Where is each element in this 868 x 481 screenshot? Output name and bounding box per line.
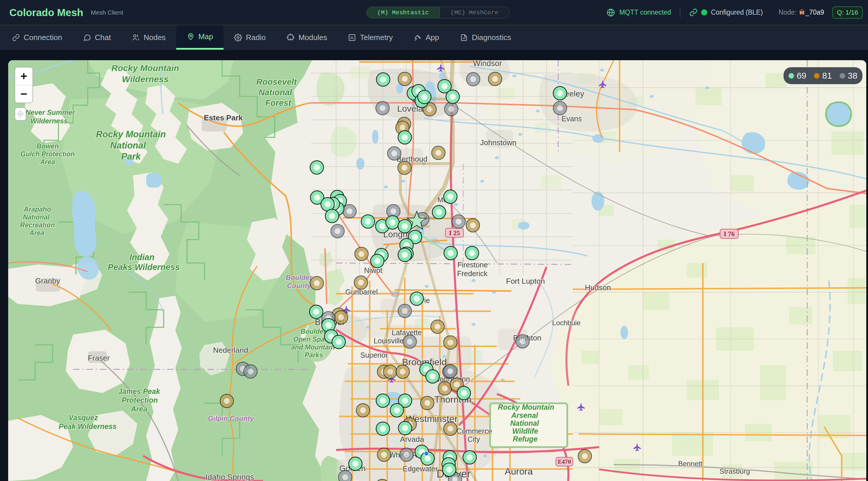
svg-text:Louisville: Louisville bbox=[374, 336, 404, 345]
svg-text:Refuge: Refuge bbox=[513, 435, 538, 443]
svg-text:Firestone: Firestone bbox=[457, 261, 488, 269]
svg-text:Windsor: Windsor bbox=[473, 60, 502, 68]
svg-text:Fort Lupton: Fort Lupton bbox=[506, 277, 545, 286]
svg-text:and Mountain: and Mountain bbox=[291, 343, 335, 351]
svg-text:Gilpin County: Gilpin County bbox=[208, 414, 254, 422]
svg-text:Boulder: Boulder bbox=[286, 274, 313, 281]
svg-text:Arsenal: Arsenal bbox=[511, 411, 538, 419]
svg-text:Vasquez: Vasquez bbox=[69, 414, 98, 422]
svg-text:Granby: Granby bbox=[35, 277, 60, 285]
svg-text:Aurora: Aurora bbox=[505, 466, 533, 477]
svg-text:Wildlife: Wildlife bbox=[512, 427, 538, 435]
svg-text:Arapaho: Arapaho bbox=[23, 205, 51, 213]
svg-text:Hudson: Hudson bbox=[585, 283, 611, 292]
svg-text:Peaks Wilderness: Peaks Wilderness bbox=[108, 262, 180, 272]
svg-text:Commerce: Commerce bbox=[457, 427, 492, 435]
svg-text:Idaho Springs: Idaho Springs bbox=[206, 473, 254, 481]
svg-text:Indian: Indian bbox=[129, 253, 154, 262]
svg-text:Estes Park: Estes Park bbox=[204, 114, 243, 122]
svg-text:Parks: Parks bbox=[305, 351, 323, 359]
svg-text:Lochbuie: Lochbuie bbox=[552, 319, 581, 327]
svg-text:Fraser: Fraser bbox=[88, 354, 110, 362]
svg-text:County: County bbox=[287, 282, 312, 290]
svg-text:James Peak: James Peak bbox=[118, 387, 160, 395]
svg-text:Superior: Superior bbox=[360, 351, 388, 359]
svg-text:National: National bbox=[510, 419, 539, 427]
svg-text:Recreation: Recreation bbox=[20, 221, 55, 229]
svg-text:Nederland: Nederland bbox=[213, 346, 248, 354]
svg-text:Peak Wilderness: Peak Wilderness bbox=[59, 422, 117, 430]
svg-text:Gulch Protection: Gulch Protection bbox=[21, 150, 74, 158]
svg-text:Forest: Forest bbox=[266, 98, 292, 107]
svg-text:Frederick: Frederick bbox=[457, 269, 488, 278]
svg-text:Wilderness: Wilderness bbox=[122, 74, 168, 84]
svg-text:Bowen: Bowen bbox=[36, 142, 58, 150]
svg-text:I 76: I 76 bbox=[724, 230, 735, 237]
svg-text:Rocky Mountain: Rocky Mountain bbox=[96, 129, 166, 139]
svg-text:E470: E470 bbox=[558, 458, 571, 465]
svg-text:Bennett: Bennett bbox=[678, 460, 703, 468]
svg-text:Johnstown: Johnstown bbox=[480, 138, 517, 147]
svg-text:Never Summer: Never Summer bbox=[25, 108, 75, 116]
svg-text:Wilderness: Wilderness bbox=[30, 117, 68, 125]
svg-text:Area: Area bbox=[131, 405, 147, 413]
svg-text:Protection: Protection bbox=[122, 396, 158, 404]
svg-text:National: National bbox=[259, 88, 292, 97]
svg-text:Arvada: Arvada bbox=[400, 435, 424, 444]
svg-text:Rocky Mountain: Rocky Mountain bbox=[498, 403, 554, 411]
svg-text:Rocky Mountain: Rocky Mountain bbox=[111, 63, 179, 73]
svg-text:Evans: Evans bbox=[561, 115, 582, 123]
svg-text:Park: Park bbox=[121, 151, 141, 162]
svg-text:National: National bbox=[110, 140, 147, 151]
svg-text:I 25: I 25 bbox=[449, 229, 460, 237]
svg-text:Strasburg: Strasburg bbox=[719, 467, 750, 475]
svg-text:Area: Area bbox=[40, 158, 55, 166]
svg-text:Roosevelt: Roosevelt bbox=[256, 77, 297, 87]
svg-text:Area: Area bbox=[29, 229, 44, 237]
svg-text:City: City bbox=[467, 435, 480, 443]
svg-text:National: National bbox=[23, 213, 50, 221]
